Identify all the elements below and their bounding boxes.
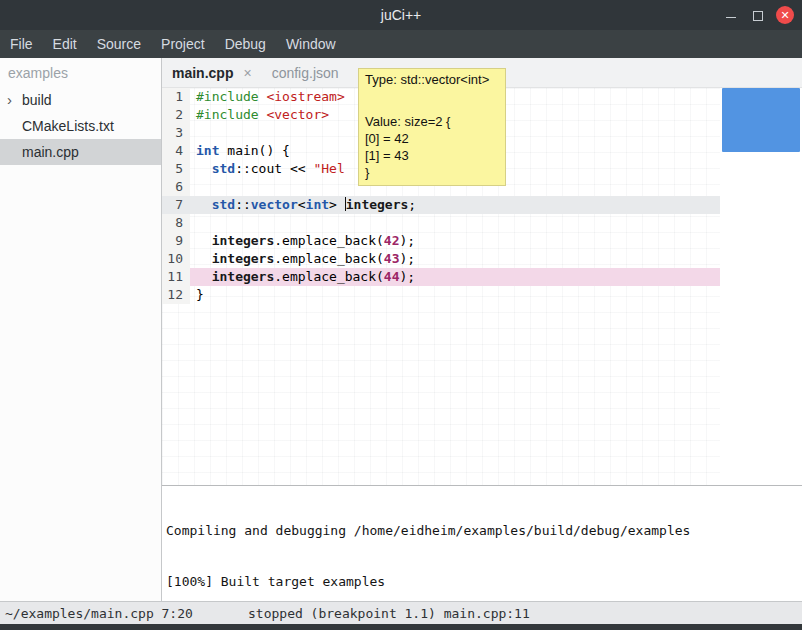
- tab-label: main.cpp: [172, 65, 233, 81]
- menu-bar: File Edit Source Project Debug Window: [0, 30, 802, 58]
- window-bottom-edge: [0, 624, 802, 630]
- restore-icon[interactable]: [750, 8, 764, 22]
- line-number[interactable]: 12: [162, 286, 190, 304]
- line-number[interactable]: 8: [162, 214, 190, 232]
- line-number[interactable]: 1: [162, 88, 190, 106]
- file-tree-panel: examples › build CMakeLists.txt main.cpp: [0, 58, 162, 601]
- debug-value-tooltip: Type: std::vector<int> Value: size=2 { […: [358, 68, 506, 186]
- code-line[interactable]: 10 integers.emplace_back(43);: [162, 250, 720, 268]
- code-line[interactable]: 11 integers.emplace_back(44);: [162, 268, 720, 286]
- code-line[interactable]: 8: [162, 214, 720, 232]
- tab-close-icon[interactable]: ×: [243, 65, 251, 81]
- tab-label: config.json: [272, 65, 339, 81]
- scrollbar-thumb[interactable]: [722, 88, 800, 152]
- code-text[interactable]: integers.emplace_back(44);: [190, 268, 720, 286]
- line-number[interactable]: 11: [162, 268, 190, 286]
- tooltip-type-line: Type: std::vector<int>: [365, 71, 499, 88]
- status-bar: ~/examples/main.cpp 7:20 stopped (breakp…: [0, 601, 802, 624]
- status-file-position: ~/examples/main.cpp 7:20: [5, 606, 193, 621]
- code-line[interactable]: 7 std::vector<int> integers;: [162, 196, 720, 214]
- terminal-line: [100%] Built target examples: [166, 573, 798, 590]
- menu-edit[interactable]: Edit: [43, 30, 87, 58]
- tree-item-label: CMakeLists.txt: [22, 118, 114, 134]
- code-text[interactable]: integers.emplace_back(43);: [190, 250, 720, 268]
- code-line[interactable]: 12}: [162, 286, 720, 304]
- code-line[interactable]: 9 integers.emplace_back(42);: [162, 232, 720, 250]
- line-number[interactable]: 6: [162, 178, 190, 196]
- tooltip-spacer: [365, 88, 499, 113]
- tree-item-build[interactable]: › build: [0, 87, 161, 113]
- expander-icon[interactable]: ›: [7, 87, 12, 113]
- tooltip-value-line: }: [365, 164, 499, 181]
- line-number[interactable]: 3: [162, 124, 190, 142]
- tab-config-json[interactable]: config.json: [262, 58, 349, 88]
- menu-project[interactable]: Project: [151, 30, 215, 58]
- line-number[interactable]: 10: [162, 250, 190, 268]
- tab-main-cpp[interactable]: main.cpp ×: [162, 58, 262, 88]
- app-window: juCi++ ✕ File Edit Source Project Debug …: [0, 0, 802, 630]
- file-tree-header: examples: [0, 58, 161, 87]
- tree-item-label: main.cpp: [22, 144, 79, 160]
- tree-item-cmakelists[interactable]: CMakeLists.txt: [0, 113, 161, 139]
- code-text[interactable]: std::vector<int> integers;: [190, 196, 720, 214]
- tooltip-value-line: [1] = 43: [365, 147, 499, 164]
- close-icon[interactable]: ✕: [776, 6, 794, 24]
- tree-item-main-cpp[interactable]: main.cpp: [0, 139, 161, 165]
- tooltip-value-line: Value: size=2 {: [365, 113, 499, 130]
- code-text[interactable]: [190, 214, 720, 232]
- minimize-icon[interactable]: [724, 8, 738, 22]
- status-debug-state: stopped (breakpoint 1.1) main.cpp:11: [248, 606, 530, 621]
- menu-debug[interactable]: Debug: [215, 30, 276, 58]
- tree-item-label: build: [22, 92, 52, 108]
- menu-source[interactable]: Source: [87, 30, 151, 58]
- terminal-panel[interactable]: Compiling and debugging /home/eidheim/ex…: [162, 485, 802, 601]
- code-text[interactable]: integers.emplace_back(42);: [190, 232, 720, 250]
- title-bar: juCi++ ✕: [0, 0, 802, 30]
- line-number[interactable]: 2: [162, 106, 190, 124]
- code-text[interactable]: }: [190, 286, 720, 304]
- window-controls: ✕: [724, 0, 794, 30]
- menu-window[interactable]: Window: [276, 30, 346, 58]
- line-number[interactable]: 4: [162, 142, 190, 160]
- window-title: juCi++: [381, 7, 421, 23]
- line-number[interactable]: 7: [162, 196, 190, 214]
- line-number[interactable]: 5: [162, 160, 190, 178]
- terminal-line: Compiling and debugging /home/eidheim/ex…: [166, 522, 798, 539]
- line-number[interactable]: 9: [162, 232, 190, 250]
- menu-file[interactable]: File: [0, 30, 43, 58]
- tooltip-value-line: [0] = 42: [365, 130, 499, 147]
